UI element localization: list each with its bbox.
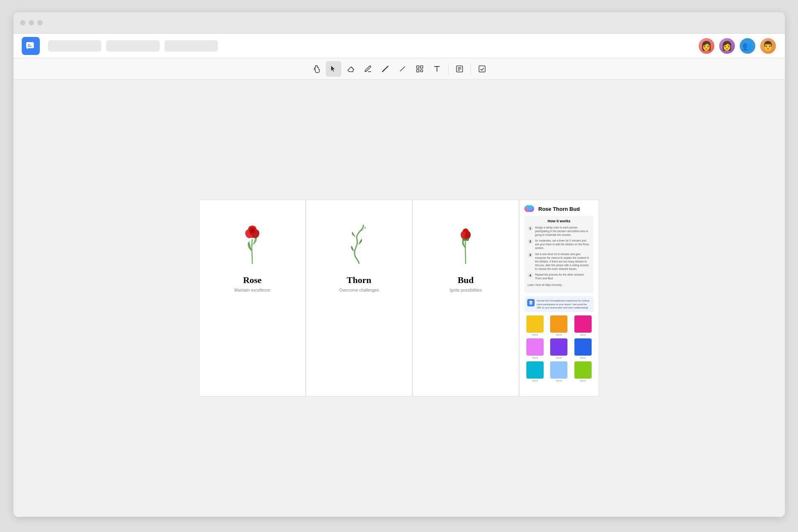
toolbar-divider-2 <box>471 63 471 75</box>
toolbar <box>14 58 785 80</box>
traffic-light-maximize[interactable] <box>37 20 43 25</box>
rose-card: Rose Maintain excellence <box>199 200 306 397</box>
promote-text: Get the full Conceptboard experience by … <box>537 299 591 309</box>
avatar-1[interactable]: 👩 <box>698 37 715 55</box>
nav-pill-1[interactable] <box>48 40 101 52</box>
sticky-label-pink: Name <box>580 333 586 336</box>
sticky-label-green: Name <box>580 379 586 382</box>
sticky-purple: Name <box>548 338 569 359</box>
info-panel-header: Rose Thorn Bud <box>524 205 594 212</box>
step-4: 4 Repeat the process for the other secti… <box>528 273 590 280</box>
bud-card: Bud Ignite possibilities <box>412 200 519 397</box>
canvas-area[interactable]: Rose Maintain excellence <box>14 80 785 517</box>
step-text-3: Set a new timer for 8 minutes and give e… <box>535 252 590 271</box>
marker-tool[interactable] <box>377 61 393 77</box>
logo-button[interactable] <box>22 37 40 55</box>
sticky-yellow: Name <box>524 315 546 336</box>
canvas-content: Rose Maintain excellence <box>199 200 599 397</box>
sticky-orange: Name <box>548 315 569 336</box>
bud-title: Bud <box>457 275 473 285</box>
sticky-label-yellow: Name <box>532 333 538 336</box>
nav-pill-2[interactable] <box>106 40 160 52</box>
sticky-blue: Name <box>572 338 594 359</box>
sticky-note-purple[interactable] <box>550 338 567 356</box>
sticky-label-lightblue: Name <box>556 379 562 382</box>
sticky-note-lightblue[interactable] <box>550 361 567 379</box>
avatar-2[interactable]: 👩 <box>718 37 736 55</box>
sticky-note-blue[interactable] <box>574 338 592 356</box>
nav-pills <box>48 40 690 52</box>
svg-rect-12 <box>479 66 485 72</box>
sticky-lavender: Name <box>524 338 546 359</box>
thorn-subtitle: Overcome challenges <box>339 288 379 292</box>
shape-tool[interactable] <box>412 61 428 77</box>
sticky-label-orange: Name <box>556 333 562 336</box>
steps-list: 1 Assign a sticky color to each person p… <box>528 226 590 280</box>
svg-line-3 <box>400 66 405 71</box>
bud-image <box>453 212 478 270</box>
step-text-1: Assign a sticky color to each person par… <box>535 226 590 237</box>
step-text-4: Repeat the process for the other section… <box>535 273 590 280</box>
pen-tool[interactable] <box>360 61 376 77</box>
sticky-note-green[interactable] <box>574 361 592 379</box>
sticky-label-blue: Name <box>580 356 586 359</box>
sticky-note-pink[interactable] <box>574 315 592 333</box>
avatar-4[interactable]: 👨 <box>759 37 777 55</box>
step-num-4: 4 <box>528 273 533 278</box>
select-tool[interactable] <box>326 61 341 77</box>
sticky-note-yellow[interactable] <box>526 315 544 333</box>
sticky-label-lavender: Name <box>532 356 538 359</box>
sticky-label-purple: Name <box>556 356 562 359</box>
sticky-tool[interactable] <box>452 61 467 77</box>
title-bar <box>14 12 785 34</box>
rose-image <box>238 212 267 270</box>
step-num-2: 2 <box>528 239 533 244</box>
step-text-2: As moderator, set a timer for 5 minutes … <box>535 239 590 250</box>
rose-title: Rose <box>243 275 261 285</box>
svg-rect-2 <box>27 46 31 47</box>
step-num-3: 3 <box>528 252 533 258</box>
thorn-image <box>347 212 371 270</box>
step-2: 2 As moderator, set a timer for 5 minute… <box>528 239 590 250</box>
toolbar-divider <box>448 63 448 75</box>
line-tool[interactable] <box>395 61 410 77</box>
bud-subtitle: Ignite possibilities <box>450 288 482 292</box>
sticky-note-orange[interactable] <box>550 315 567 333</box>
how-it-works-title: How it works <box>528 219 590 223</box>
step-3: 3 Set a new timer for 8 minutes and give… <box>528 252 590 271</box>
sticky-cyan: Name <box>524 361 546 382</box>
rose-subtitle: Maintain excellence <box>234 288 270 292</box>
sticky-pink: Name <box>572 315 594 336</box>
hand-tool[interactable] <box>309 61 324 77</box>
thorn-title: Thorn <box>347 275 371 285</box>
avatar-3[interactable]: 👥 <box>739 37 756 55</box>
promote-box: Get the full Conceptboard experience by … <box>524 296 594 312</box>
svg-rect-1 <box>27 44 30 45</box>
svg-rect-6 <box>416 69 419 72</box>
thorn-card: Thorn Overcome challenges <box>306 200 412 397</box>
step-1: 1 Assign a sticky color to each person p… <box>528 226 590 237</box>
sticky-label-cyan: Name <box>532 379 538 382</box>
promote-icon <box>527 299 535 306</box>
svg-point-7 <box>420 69 423 72</box>
header: 👩 👩 👥 👨 <box>14 34 785 58</box>
text-tool[interactable] <box>429 61 445 77</box>
sticky-note-cyan[interactable] <box>526 361 544 379</box>
header-right: 👩 👩 👥 👨 <box>698 37 777 55</box>
traffic-light-minimize[interactable] <box>29 20 34 25</box>
sticky-green: Name <box>572 361 594 382</box>
info-panel: Rose Thorn Bud How it works 1 Assign a s… <box>519 200 599 397</box>
learn-more: Learn more at https://concep... <box>528 283 590 286</box>
svg-rect-4 <box>416 66 419 68</box>
sticky-note-lavender[interactable] <box>526 338 544 356</box>
traffic-light-close[interactable] <box>20 20 25 25</box>
eraser-tool[interactable] <box>343 61 359 77</box>
check-tool[interactable] <box>474 61 490 77</box>
svg-rect-5 <box>420 66 423 68</box>
sticky-lightblue: Name <box>548 361 569 382</box>
sticky-grid: Name Name Name Name <box>524 315 594 382</box>
nav-pill-3[interactable] <box>165 40 218 52</box>
step-num-1: 1 <box>528 226 533 231</box>
app-window: 👩 👩 👥 👨 <box>14 12 785 517</box>
info-panel-title: Rose Thorn Bud <box>538 206 580 212</box>
